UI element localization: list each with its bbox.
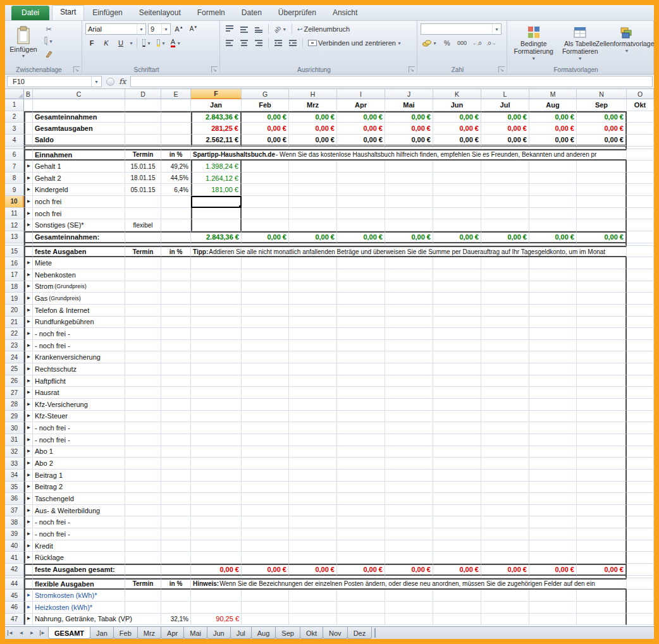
- cell-H41[interactable]: [289, 552, 337, 564]
- cell-K39[interactable]: [433, 528, 481, 540]
- cell-J12[interactable]: [385, 219, 433, 231]
- cell-N45[interactable]: [577, 590, 627, 602]
- cell-D47[interactable]: [125, 614, 161, 626]
- cell-I4[interactable]: 0,00 €: [337, 135, 385, 147]
- cell-C10[interactable]: noch frei: [33, 196, 125, 208]
- cell-O42[interactable]: [627, 564, 654, 576]
- cell-N30[interactable]: [577, 422, 627, 434]
- cell-F25[interactable]: [191, 363, 242, 375]
- cell-G27[interactable]: [242, 387, 289, 399]
- cell-I27[interactable]: [337, 387, 385, 399]
- cell-J37[interactable]: [385, 505, 433, 517]
- last-sheet-button[interactable]: ►: [37, 627, 48, 639]
- cell-D7[interactable]: 15.01.15: [125, 161, 161, 173]
- cell-G2[interactable]: 0,00 €: [242, 111, 289, 123]
- cell-L39[interactable]: [481, 528, 529, 540]
- row-header-30[interactable]: 30: [5, 422, 24, 434]
- bold-button[interactable]: F: [85, 37, 98, 49]
- font-color-button[interactable]: A ▼: [169, 37, 182, 49]
- cell-O6[interactable]: [627, 149, 654, 161]
- cell-H36[interactable]: [289, 493, 337, 505]
- row-header-16[interactable]: 16: [5, 257, 24, 269]
- cell-B19[interactable]: ►: [24, 293, 33, 305]
- comma-style-button[interactable]: 000: [455, 39, 469, 47]
- row-header-42[interactable]: 42: [5, 564, 24, 576]
- cell-E37[interactable]: [161, 505, 191, 517]
- row-header-18[interactable]: 18: [5, 281, 24, 293]
- cell-I22[interactable]: [337, 328, 385, 340]
- cell-J42[interactable]: 0,00 €: [385, 564, 433, 576]
- tab-start[interactable]: Start: [52, 5, 84, 20]
- cell-B35[interactable]: ►: [24, 482, 33, 494]
- cell-J35[interactable]: [385, 482, 433, 494]
- row-header-8[interactable]: 8: [5, 173, 24, 185]
- cell-F39[interactable]: [191, 528, 242, 540]
- cell-L27[interactable]: [481, 387, 529, 399]
- cell-L2[interactable]: 0,00 €: [481, 111, 529, 123]
- cell-M1[interactable]: Aug: [529, 99, 577, 111]
- cell-I3[interactable]: 0,00 €: [337, 123, 385, 135]
- cell-O21[interactable]: [627, 317, 654, 329]
- cell-E32[interactable]: [161, 446, 191, 458]
- cell-E46[interactable]: [161, 602, 191, 614]
- cell-M21[interactable]: [529, 317, 577, 329]
- cell-K45[interactable]: [433, 590, 481, 602]
- decrease-font-button[interactable]: A▼: [187, 23, 200, 35]
- cell-K38[interactable]: [433, 516, 481, 528]
- cell-C36[interactable]: Taschengeld: [33, 493, 125, 505]
- increase-decimal-button[interactable]: ←,0: [471, 37, 483, 49]
- cell-O16[interactable]: [627, 257, 654, 269]
- cell-H27[interactable]: [289, 387, 337, 399]
- conditional-formatting-button[interactable]: Bedingte Formatierung ▼: [510, 23, 557, 63]
- cell-J27[interactable]: [385, 387, 433, 399]
- cell-F45[interactable]: [191, 590, 242, 602]
- next-sheet-button[interactable]: ►: [27, 627, 37, 639]
- cell-D45[interactable]: [125, 590, 161, 602]
- cell-H40[interactable]: [289, 540, 337, 552]
- sheet-tab-mai[interactable]: Mai: [183, 627, 207, 639]
- cell-J25[interactable]: [385, 363, 433, 375]
- cell-G9[interactable]: [242, 184, 289, 196]
- cell-G25[interactable]: [242, 363, 289, 375]
- cell-H11[interactable]: [289, 208, 337, 220]
- cell-C47[interactable]: Nahrung, Getränke, Tabak (VP): [33, 614, 125, 626]
- cell-M16[interactable]: [529, 257, 577, 269]
- cell-D27[interactable]: [125, 387, 161, 399]
- column-header-C[interactable]: C: [33, 89, 125, 99]
- cell-J17[interactable]: [385, 269, 433, 281]
- align-center-button[interactable]: [238, 37, 250, 49]
- cell-F7[interactable]: 1.398,24 €: [191, 161, 242, 173]
- row-header-6[interactable]: 6: [5, 149, 24, 161]
- row-header-37[interactable]: 37: [5, 505, 24, 517]
- number-dialog-launcher[interactable]: ↘: [498, 66, 505, 73]
- row-header-34[interactable]: 34: [5, 470, 24, 482]
- cell-M13[interactable]: 0,00 €: [529, 231, 577, 243]
- copy-button[interactable]: ▼: [42, 35, 55, 47]
- cell-N1[interactable]: Sep: [577, 99, 627, 111]
- cell-M3[interactable]: 0,00 €: [529, 123, 577, 135]
- cell-I17[interactable]: [337, 269, 385, 281]
- cell-K24[interactable]: [433, 351, 481, 363]
- cell-C2[interactable]: Gesamteinnahmen: [33, 111, 125, 123]
- cell-K47[interactable]: [433, 614, 481, 626]
- cell-M38[interactable]: [529, 516, 577, 528]
- select-all-corner[interactable]: [5, 89, 24, 99]
- cell-O30[interactable]: [627, 422, 654, 434]
- cell-F40[interactable]: [191, 540, 242, 552]
- cell-H10[interactable]: [289, 196, 337, 208]
- cell-H34[interactable]: [289, 470, 337, 482]
- cell-D31[interactable]: [125, 434, 161, 446]
- cell-B15[interactable]: [24, 246, 33, 258]
- cell-M39[interactable]: [529, 528, 577, 540]
- cell-I18[interactable]: [337, 281, 385, 293]
- cell-D41[interactable]: [125, 552, 161, 564]
- cell-K23[interactable]: [433, 340, 481, 352]
- cell-C38[interactable]: - noch frei -: [33, 516, 125, 528]
- sheet-tab-aug[interactable]: Aug: [251, 627, 276, 639]
- cell-C40[interactable]: Kredit: [33, 540, 125, 552]
- cell-I1[interactable]: Apr: [337, 99, 385, 111]
- row-header-39[interactable]: 39: [5, 528, 24, 540]
- cell-C39[interactable]: - noch frei -: [33, 528, 125, 540]
- cell-D10[interactable]: [125, 196, 161, 208]
- cell-I2[interactable]: 0,00 €: [337, 111, 385, 123]
